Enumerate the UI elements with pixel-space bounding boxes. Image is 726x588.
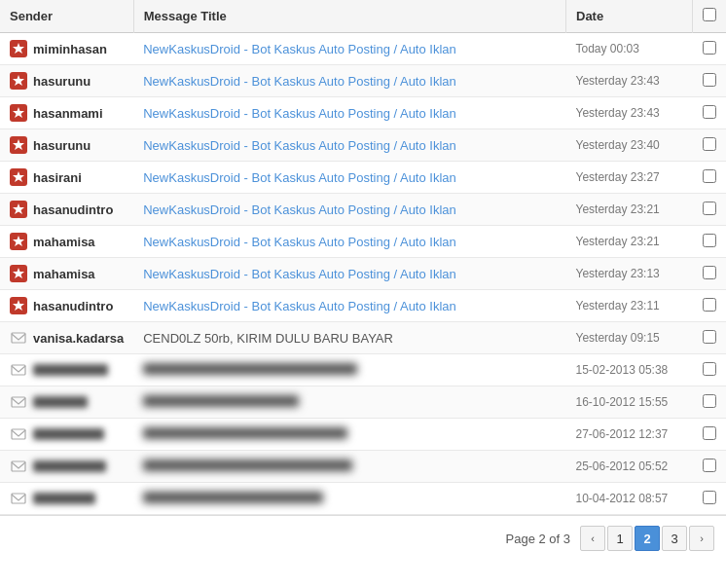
star-icon	[10, 265, 27, 282]
pagination-area: Page 2 of 3 ‹ 1 2 3 ›	[0, 515, 726, 561]
sender-name: hasurunu	[33, 74, 91, 89]
row-checkbox-cell[interactable]	[693, 226, 727, 258]
star-icon	[10, 233, 27, 250]
sender-cell	[0, 419, 133, 451]
message-cell[interactable]: NewKaskusDroid - Bot Kaskus Auto Posting…	[133, 129, 565, 162]
row-checkbox-cell[interactable]	[693, 97, 727, 129]
row-checkbox[interactable]	[703, 459, 716, 472]
row-checkbox-cell[interactable]	[693, 162, 727, 194]
message-link[interactable]: NewKaskusDroid - Bot Kaskus Auto Posting…	[143, 170, 456, 185]
col-sender: Sender	[0, 0, 133, 33]
table-row: 10-04-2012 08:57	[0, 483, 726, 515]
date-cell: 10-04-2012 08:57	[566, 483, 693, 515]
message-link[interactable]: NewKaskusDroid - Bot Kaskus Auto Posting…	[143, 138, 456, 153]
redacted-sender	[33, 493, 95, 504]
message-cell[interactable]: NewKaskusDroid - Bot Kaskus Auto Posting…	[133, 65, 565, 97]
page-1-button[interactable]: 1	[607, 526, 633, 551]
sender-name: hasurunu	[33, 138, 91, 153]
message-cell[interactable]: NewKaskusDroid - Bot Kaskus Auto Posting…	[133, 162, 565, 194]
sender-cell	[0, 451, 133, 483]
sender-cell: miminhasan	[0, 33, 133, 65]
date-cell: Yesterday 09:15	[566, 322, 693, 354]
row-checkbox-cell[interactable]	[693, 419, 727, 451]
date-cell: 27-06-2012 12:37	[566, 419, 693, 451]
col-checkbox[interactable]	[693, 0, 727, 33]
col-message: Message Title	[133, 0, 565, 33]
row-checkbox-cell[interactable]	[693, 354, 727, 386]
row-checkbox[interactable]	[703, 491, 716, 504]
sender-name: mahamisa	[33, 267, 95, 281]
row-checkbox-cell[interactable]	[693, 290, 727, 322]
page-2-button[interactable]: 2	[635, 526, 660, 551]
table-row: 16-10-2012 15:55	[0, 386, 726, 419]
date-cell: Yesterday 23:40	[566, 129, 693, 162]
prev-page-button[interactable]: ‹	[580, 526, 605, 551]
message-link[interactable]: NewKaskusDroid - Bot Kaskus Auto Posting…	[143, 74, 456, 89]
table-row: hasanmamiNewKaskusDroid - Bot Kaskus Aut…	[0, 97, 726, 129]
message-link[interactable]: NewKaskusDroid - Bot Kaskus Auto Posting…	[143, 202, 456, 217]
message-link[interactable]: NewKaskusDroid - Bot Kaskus Auto Posting…	[143, 267, 456, 281]
envelope-icon	[10, 490, 27, 507]
message-link[interactable]: NewKaskusDroid - Bot Kaskus Auto Posting…	[143, 299, 456, 313]
row-checkbox[interactable]	[703, 234, 716, 247]
message-link[interactable]: NewKaskusDroid - Bot Kaskus Auto Posting…	[143, 106, 456, 121]
next-page-button[interactable]: ›	[689, 526, 714, 551]
row-checkbox-cell[interactable]	[693, 65, 727, 97]
row-checkbox-cell[interactable]	[693, 129, 727, 162]
sender-cell: mahamisa	[0, 226, 133, 258]
row-checkbox[interactable]	[703, 330, 716, 344]
sender-name: hasanmami	[33, 106, 103, 121]
row-checkbox[interactable]	[703, 137, 716, 151]
row-checkbox-cell[interactable]	[693, 33, 727, 65]
row-checkbox[interactable]	[703, 426, 716, 440]
sender-cell: hasirani	[0, 162, 133, 194]
row-checkbox-cell[interactable]	[693, 322, 727, 354]
row-checkbox-cell[interactable]	[693, 258, 727, 290]
message-text: CEND0LZ 50rb, KIRIM DULU BARU BAYAR	[143, 331, 393, 346]
svg-rect-23	[12, 494, 25, 503]
row-checkbox[interactable]	[703, 105, 716, 119]
message-cell[interactable]: NewKaskusDroid - Bot Kaskus Auto Posting…	[133, 194, 565, 226]
message-cell	[133, 483, 565, 515]
table-row: 27-06-2012 12:37	[0, 419, 726, 451]
table-row: mahamisaNewKaskusDroid - Bot Kaskus Auto…	[0, 258, 726, 290]
row-checkbox-cell[interactable]	[693, 386, 727, 419]
message-cell[interactable]: NewKaskusDroid - Bot Kaskus Auto Posting…	[133, 258, 565, 290]
message-cell[interactable]: NewKaskusDroid - Bot Kaskus Auto Posting…	[133, 33, 565, 65]
message-cell[interactable]: NewKaskusDroid - Bot Kaskus Auto Posting…	[133, 97, 565, 129]
message-link[interactable]: NewKaskusDroid - Bot Kaskus Auto Posting…	[143, 42, 456, 56]
select-all-checkbox[interactable]	[703, 8, 716, 21]
row-checkbox[interactable]	[703, 41, 716, 55]
table-row: hasanudintroNewKaskusDroid - Bot Kaskus …	[0, 194, 726, 226]
sender-cell	[0, 354, 133, 386]
row-checkbox-cell[interactable]	[693, 483, 727, 515]
svg-rect-18	[12, 333, 25, 343]
sender-cell	[0, 483, 133, 515]
date-cell: Yesterday 23:11	[566, 290, 693, 322]
row-checkbox[interactable]	[703, 73, 716, 87]
date-cell: Yesterday 23:43	[566, 97, 693, 129]
row-checkbox[interactable]	[703, 298, 716, 312]
table-row: vanisa.kadarsaCEND0LZ 50rb, KIRIM DULU B…	[0, 322, 726, 354]
redacted-message	[143, 492, 323, 503]
page-info: Page 2 of 3	[506, 532, 571, 546]
page-3-button[interactable]: 3	[662, 526, 687, 551]
sender-cell	[0, 386, 133, 419]
row-checkbox-cell[interactable]	[693, 451, 727, 483]
row-checkbox-cell[interactable]	[693, 194, 727, 226]
row-checkbox[interactable]	[703, 266, 716, 279]
message-link[interactable]: NewKaskusDroid - Bot Kaskus Auto Posting…	[143, 235, 456, 249]
row-checkbox[interactable]	[703, 202, 716, 215]
message-cell[interactable]: NewKaskusDroid - Bot Kaskus Auto Posting…	[133, 290, 565, 322]
date-cell: Yesterday 23:43	[566, 65, 693, 97]
row-checkbox[interactable]	[703, 362, 716, 376]
row-checkbox[interactable]	[703, 169, 716, 183]
redacted-sender	[33, 364, 108, 376]
date-cell: 16-10-2012 15:55	[566, 386, 693, 419]
date-cell: Yesterday 23:13	[566, 258, 693, 290]
row-checkbox[interactable]	[703, 394, 716, 408]
table-row: hasurunuNewKaskusDroid - Bot Kaskus Auto…	[0, 129, 726, 162]
message-cell[interactable]: NewKaskusDroid - Bot Kaskus Auto Posting…	[133, 226, 565, 258]
sender-cell: hasanmami	[0, 97, 133, 129]
star-icon	[10, 40, 27, 57]
